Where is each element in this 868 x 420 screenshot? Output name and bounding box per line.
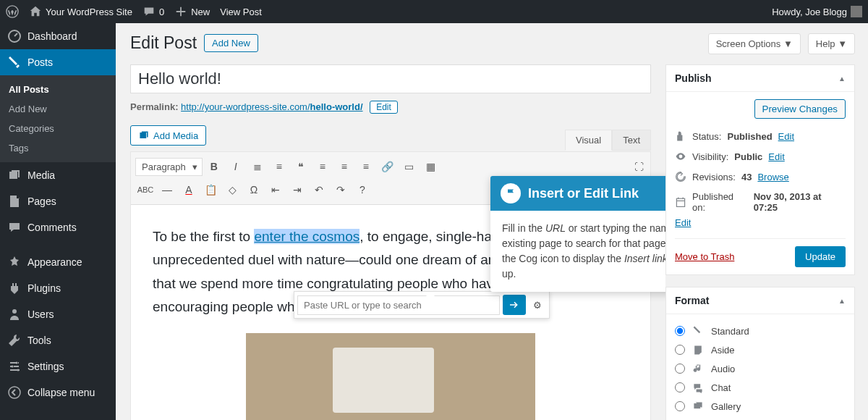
- site-name-label: Your WordPress Site: [46, 7, 132, 17]
- align-center-icon[interactable]: ≡: [334, 156, 354, 177]
- flag-icon: [501, 183, 521, 203]
- tooltip-title: Insert or Edit Link: [528, 186, 639, 201]
- permalink-edit-button[interactable]: Edit: [370, 101, 398, 114]
- ul-icon[interactable]: ≣: [247, 156, 268, 177]
- update-button[interactable]: Update: [795, 246, 846, 267]
- edit-date-link[interactable]: Edit: [675, 217, 691, 228]
- submenu-tags[interactable]: Tags: [0, 138, 116, 158]
- add-media-button[interactable]: Add Media: [130, 125, 206, 146]
- link-url-input[interactable]: [297, 295, 500, 315]
- menu-plugins[interactable]: Plugins: [0, 275, 116, 301]
- menu-media[interactable]: Media: [0, 162, 116, 188]
- menu-appearance[interactable]: Appearance: [0, 249, 116, 275]
- indent-icon[interactable]: ⇥: [287, 180, 307, 200]
- edit-status-link[interactable]: Edit: [778, 131, 794, 142]
- bold-icon[interactable]: B: [204, 156, 224, 177]
- format-chat[interactable]: Chat: [675, 378, 846, 397]
- move-to-trash-link[interactable]: Move to Trash: [675, 251, 734, 262]
- svg-point-6: [9, 387, 20, 398]
- menu-posts[interactable]: Posts: [0, 49, 116, 75]
- permalink-link[interactable]: http://your-wordpress-site.com/hello-wor…: [181, 101, 362, 112]
- paste-icon[interactable]: 📋: [200, 180, 221, 200]
- screen-options-button[interactable]: Screen Options ▼: [708, 33, 801, 54]
- menu-pages[interactable]: Pages: [0, 188, 116, 214]
- content-image[interactable]: [246, 333, 535, 420]
- outdent-icon[interactable]: ⇤: [265, 180, 286, 200]
- clear-icon[interactable]: ◇: [222, 180, 242, 200]
- gear-icon[interactable]: ⚙: [529, 295, 546, 315]
- sidebar-right: Screen Options ▼ Help ▼ Publish▲ Preview…: [665, 23, 868, 420]
- hr-icon[interactable]: —: [157, 180, 177, 200]
- link-icon[interactable]: 🔗: [378, 156, 398, 177]
- distraction-free-icon[interactable]: ⛶: [629, 156, 649, 177]
- selected-text: enter the cosmos: [254, 229, 359, 244]
- view-post[interactable]: View Post: [220, 7, 262, 17]
- redo-icon[interactable]: ↷: [331, 180, 351, 200]
- link-inline-popup: ⚙: [294, 291, 550, 319]
- admin-sidebar: Dashboard Posts All Posts Add New Catego…: [0, 23, 116, 420]
- help-button[interactable]: Help ▼: [808, 33, 855, 54]
- add-new-button[interactable]: Add New: [204, 34, 258, 52]
- tooltip-body: Fill in the URL or start typing the name…: [490, 211, 665, 292]
- post-title-input[interactable]: [130, 64, 651, 93]
- align-left-icon[interactable]: ≡: [312, 156, 333, 177]
- format-audio[interactable]: Audio: [675, 359, 846, 378]
- avatar: [851, 6, 862, 17]
- char-icon[interactable]: Ω: [244, 180, 264, 200]
- publish-box: Publish▲ Preview Changes Status: Publish…: [665, 64, 855, 275]
- align-right-icon[interactable]: ≡: [356, 156, 376, 177]
- svg-point-5: [17, 369, 20, 371]
- page-title: Edit Post: [130, 33, 197, 53]
- tab-visual[interactable]: Visual: [565, 130, 612, 151]
- format-box-header[interactable]: Format▲: [666, 287, 854, 314]
- chevron-up-icon: ▲: [838, 75, 846, 83]
- format-aside[interactable]: Aside: [675, 340, 846, 359]
- ol-icon[interactable]: ≡: [269, 156, 289, 177]
- preview-button[interactable]: Preview Changes: [754, 99, 846, 119]
- format-box: Format▲ Standard Aside Audio Chat Galler…: [665, 287, 855, 420]
- svg-point-2: [12, 309, 17, 314]
- collapse-menu[interactable]: Collapse menu: [0, 379, 116, 406]
- submenu-all-posts[interactable]: All Posts: [0, 80, 116, 99]
- account-greeting[interactable]: Howdy, Joe Blogg: [772, 6, 862, 17]
- edit-visibility-link[interactable]: Edit: [768, 151, 784, 162]
- menu-tools[interactable]: Tools: [0, 327, 116, 353]
- format-standard[interactable]: Standard: [675, 322, 846, 340]
- italic-icon[interactable]: I: [226, 156, 246, 177]
- svg-rect-7: [676, 198, 684, 206]
- chevron-up-icon: ▲: [838, 297, 846, 305]
- quote-icon[interactable]: ❝: [291, 156, 311, 177]
- menu-settings[interactable]: Settings: [0, 353, 116, 379]
- more-icon[interactable]: ▭: [399, 156, 420, 177]
- submenu-add-new[interactable]: Add New: [0, 99, 116, 119]
- main-content: Edit Post Add New Permalink: http://your…: [116, 23, 665, 420]
- wp-logo[interactable]: [6, 5, 19, 18]
- svg-point-4: [12, 366, 14, 368]
- browse-revisions-link[interactable]: Browse: [757, 172, 788, 182]
- format-gallery[interactable]: Gallery: [675, 397, 846, 416]
- tab-text[interactable]: Text: [612, 130, 651, 151]
- svg-point-3: [16, 362, 18, 364]
- comments-count[interactable]: 0: [142, 5, 164, 18]
- strike-icon[interactable]: ABC: [135, 180, 156, 200]
- menu-comments[interactable]: Comments: [0, 214, 116, 240]
- submenu-categories[interactable]: Categories: [0, 119, 116, 138]
- link-apply-button[interactable]: [503, 295, 526, 315]
- site-name[interactable]: Your WordPress Site: [29, 5, 132, 18]
- menu-dashboard[interactable]: Dashboard: [0, 23, 116, 49]
- menu-users[interactable]: Users: [0, 301, 116, 327]
- new-content[interactable]: New: [174, 5, 210, 18]
- link-tooltip: Insert or Edit Link Fill in the URL or s…: [490, 176, 665, 292]
- format-select[interactable]: Paragraph: [135, 158, 203, 176]
- toggle-toolbar-icon[interactable]: ▦: [421, 156, 441, 177]
- publish-box-header[interactable]: Publish▲: [666, 65, 854, 92]
- help-icon[interactable]: ?: [352, 180, 373, 200]
- submenu-posts: All Posts Add New Categories Tags: [0, 75, 116, 162]
- permalink-row: Permalink: http://your-wordpress-site.co…: [130, 101, 651, 114]
- undo-icon[interactable]: ↶: [309, 180, 329, 200]
- textcolor-icon[interactable]: A: [179, 180, 199, 200]
